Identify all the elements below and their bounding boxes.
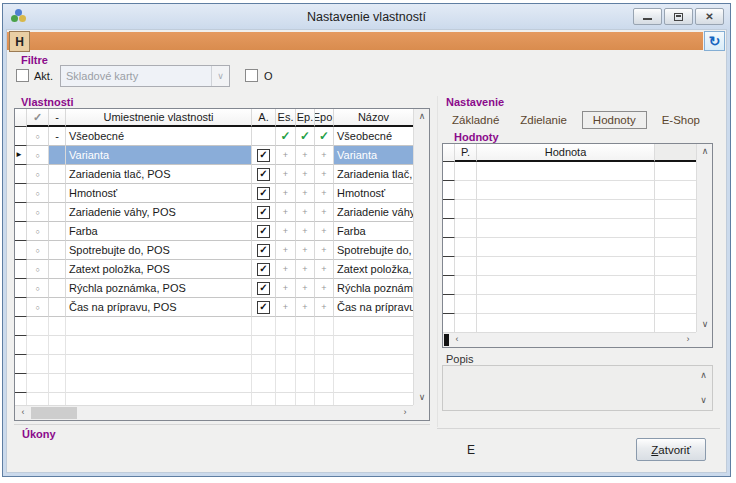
header-es[interactable]: Es. (276, 109, 296, 127)
row-placement-cell[interactable]: Čas na prípravu, POS (66, 298, 252, 317)
scroll-right-icon[interactable]: › (683, 335, 693, 344)
description-scrollbar[interactable]: ∧ ∨ (697, 368, 710, 408)
row-active-cell[interactable]: ✓ (252, 298, 276, 317)
property-row[interactable]: ○Spotrebujte do, POS✓+++Spotrebujte do, … (15, 241, 413, 260)
plus-icon: + (302, 246, 307, 255)
scroll-left-icon[interactable]: ‹ (452, 335, 462, 344)
properties-table-header[interactable]: ✓ - Umiestnenie vlastnosti A. Es. Ep. Ep… (15, 109, 413, 127)
plus-icon: + (283, 265, 288, 274)
property-row[interactable]: ○Hmotnosť✓+++Hmotnosť (15, 184, 413, 203)
scroll-down-icon[interactable]: ∨ (414, 393, 430, 402)
row-placement-cell[interactable]: Zariadenie váhy, POS (66, 203, 252, 222)
tab-eshop[interactable]: E-Shop (656, 112, 706, 128)
header-active[interactable]: A. (252, 109, 276, 127)
plus-icon: + (302, 284, 307, 293)
row-name-cell: Spotrebujte do, POS (334, 241, 413, 260)
green-check-icon: ✓ (300, 129, 310, 143)
settings-group-label: Nastavenie (446, 96, 504, 108)
plus-icon: + (302, 189, 307, 198)
header-ep[interactable]: Ep. (296, 109, 315, 127)
row-placement-cell[interactable]: Zariadenia tlač, POS (66, 165, 252, 184)
property-row[interactable]: ○Farba✓+++Farba (15, 222, 413, 241)
header-epo[interactable]: Epo. (315, 109, 334, 127)
properties-horizontal-scrollbar[interactable]: ‹ › (15, 405, 413, 420)
empty-row (15, 336, 413, 355)
scrollbar-thumb[interactable] (444, 334, 449, 346)
row-circle-cell: ○ (27, 146, 49, 165)
property-group-row[interactable]: ○-Všeobecné✓✓✓Všeobecné (15, 127, 413, 146)
property-row[interactable]: ○Zariadenia tlač, POS✓+++Zariadenia tlač… (15, 165, 413, 184)
values-table[interactable]: P. Hodnota ∧ ∨ ‹ › (442, 143, 713, 348)
o-checkbox[interactable] (245, 69, 258, 82)
scrollbar-thumb[interactable] (31, 407, 77, 419)
row-placement-cell[interactable]: Zatext položka, POS (66, 260, 252, 279)
row-pointer-icon: ► (15, 151, 23, 159)
property-row[interactable]: ○Zatext položka, POS✓+++Zatext položka, … (15, 260, 413, 279)
row-active-cell[interactable]: ✓ (252, 279, 276, 298)
row-epo-cell: ✓ (315, 127, 334, 146)
row-name-cell: Zatext položka, POS (334, 260, 413, 279)
header-name[interactable]: Názov (334, 109, 413, 127)
header-check-icon[interactable]: ✓ (27, 109, 49, 127)
values-horizontal-scrollbar[interactable]: ‹ › (443, 332, 696, 347)
tab-zdielanie[interactable]: Zdielanie (514, 112, 573, 128)
category-dropdown[interactable]: Skladové karty ∨ (60, 65, 230, 87)
titlebar[interactable]: Nastavenie vlastností ✕ (3, 4, 730, 29)
scroll-up-icon[interactable]: ∧ (414, 112, 430, 121)
row-active-cell[interactable]: ✓ (252, 146, 276, 165)
row-circle-cell: ○ (27, 279, 49, 298)
tab-zakladne[interactable]: Základné (446, 112, 505, 128)
scroll-down-icon[interactable]: ∨ (697, 320, 713, 329)
row-active-cell[interactable]: ✓ (252, 260, 276, 279)
row-minus-cell (49, 298, 66, 317)
scroll-left-icon[interactable]: ‹ (18, 408, 28, 417)
properties-vertical-scrollbar[interactable]: ∧ ∨ (413, 109, 429, 405)
values-vertical-scrollbar[interactable]: ∧ ∨ (696, 144, 712, 332)
row-placement-cell[interactable]: Spotrebujte do, POS (66, 241, 252, 260)
row-placement-cell[interactable]: Všeobecné (66, 127, 252, 146)
values-header-indicator (443, 144, 455, 162)
property-row[interactable]: ○Rýchla poznámka, POS✓+++Rýchla poznámka… (15, 279, 413, 298)
maximize-button[interactable] (664, 8, 693, 25)
row-placement-cell[interactable]: Varianta (66, 146, 252, 165)
row-minus-cell: - (49, 127, 66, 146)
refresh-button[interactable]: ↻ (704, 31, 725, 51)
h-button[interactable]: H (9, 31, 30, 52)
plus-icon: + (283, 170, 288, 179)
row-active-cell[interactable]: ✓ (252, 203, 276, 222)
values-empty-row (443, 295, 696, 314)
row-placement-cell[interactable]: Hmotnosť (66, 184, 252, 203)
header-minus[interactable]: - (49, 109, 66, 127)
property-row[interactable]: ○Čas na prípravu, POS✓+++Čas na prípravu… (15, 298, 413, 317)
toolbar-bar (7, 32, 703, 50)
close-window-button[interactable]: ✕ (695, 8, 724, 25)
row-active-cell[interactable] (252, 127, 276, 146)
row-ep-cell: + (296, 184, 315, 203)
tab-hodnoty[interactable]: Hodnoty (582, 111, 647, 129)
scroll-up-icon[interactable]: ∧ (697, 371, 710, 380)
scroll-down-icon[interactable]: ∨ (697, 396, 710, 405)
property-row[interactable]: ○Zariadenie váhy, POS✓+++Zariadenie váhy… (15, 203, 413, 222)
row-placement-cell[interactable]: Farba (66, 222, 252, 241)
akt-checkbox[interactable] (16, 69, 29, 82)
dropdown-arrow-icon[interactable]: ∨ (211, 66, 229, 86)
values-header-value[interactable]: Hodnota (477, 144, 655, 162)
row-active-cell[interactable]: ✓ (252, 165, 276, 184)
header-placement[interactable]: Umiestnenie vlastnosti (66, 109, 252, 127)
row-placement-cell[interactable]: Rýchla poznámka, POS (66, 279, 252, 298)
minimize-button[interactable] (633, 8, 662, 25)
scroll-up-icon[interactable]: ∧ (697, 147, 713, 156)
plus-icon: + (283, 151, 288, 160)
description-textarea[interactable]: ∧ ∨ (442, 365, 713, 411)
close-dialog-button[interactable]: Zatvoriť (636, 438, 706, 461)
header-indicator-cell (15, 109, 27, 127)
values-header-p[interactable]: P. (455, 144, 477, 162)
values-table-header[interactable]: P. Hodnota (443, 144, 696, 162)
properties-table[interactable]: ✓ - Umiestnenie vlastnosti A. Es. Ep. Ep… (14, 108, 430, 421)
row-active-cell[interactable]: ✓ (252, 184, 276, 203)
scroll-right-icon[interactable]: › (400, 408, 410, 417)
row-active-cell[interactable]: ✓ (252, 222, 276, 241)
row-active-cell[interactable]: ✓ (252, 241, 276, 260)
plus-icon: + (283, 284, 288, 293)
property-row[interactable]: ►○Varianta✓+++Varianta (15, 146, 413, 165)
